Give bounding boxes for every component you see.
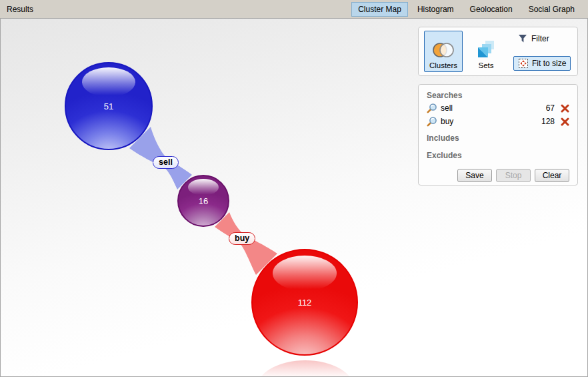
bubble-gloss	[82, 67, 135, 97]
window-title: Results	[7, 5, 33, 14]
tab-geolocation[interactable]: Geolocation	[463, 2, 519, 17]
search-term: sell	[441, 103, 453, 113]
link-label-sell[interactable]: sell	[153, 156, 179, 169]
filter-label: Filter	[531, 34, 549, 43]
view-toolbar-panel: Clusters Sets	[418, 27, 578, 76]
clusters-icon	[431, 41, 455, 59]
search-row-sell[interactable]: sell 67	[427, 103, 569, 113]
fit-to-size-label: Fit to size	[532, 59, 566, 68]
cluster-map-canvas[interactable]: 51 16 112 sell buy Clusters	[0, 18, 588, 377]
tab-social-graph[interactable]: Social Graph	[522, 2, 581, 17]
searches-header: Searches	[427, 91, 569, 100]
search-count: 67	[546, 103, 555, 113]
cluster-bubble-sell[interactable]: 51	[65, 62, 153, 150]
sets-icon	[476, 40, 496, 59]
search-actions: Save Stop Clear	[427, 169, 569, 182]
link-label-buy[interactable]: buy	[229, 232, 255, 245]
clusters-button[interactable]: Clusters	[424, 31, 463, 72]
sets-label: Sets	[478, 61, 493, 69]
search-term: buy	[441, 117, 453, 126]
filter-button[interactable]: Filter	[513, 32, 571, 45]
searches-panel: Searches sell 67	[418, 84, 578, 185]
delete-search-icon[interactable]	[561, 117, 569, 126]
bubble-count: 51	[104, 101, 113, 111]
filter-icon	[518, 34, 528, 43]
bubble-gloss	[188, 179, 219, 196]
clusters-label: Clusters	[429, 61, 457, 69]
stop-button: Stop	[496, 169, 531, 182]
bubble-count: 112	[298, 298, 312, 308]
magnifier-icon	[427, 116, 437, 127]
cluster-bubble-buy[interactable]: 112	[251, 249, 358, 356]
save-button[interactable]: Save	[457, 169, 492, 182]
fit-to-size-button[interactable]: Fit to size	[513, 56, 571, 71]
tab-cluster-map[interactable]: Cluster Map	[351, 2, 408, 17]
search-row-buy[interactable]: buy 128	[427, 116, 569, 127]
cluster-bubble-intersection[interactable]: 16	[177, 175, 229, 227]
toolbar-right-column: Filter Fit to size	[513, 31, 571, 72]
clear-button[interactable]: Clear	[535, 169, 569, 182]
magnifier-icon	[427, 103, 437, 113]
bubble-count: 16	[199, 196, 208, 206]
fit-to-size-icon	[518, 58, 529, 69]
title-bar: Results Cluster Map Histogram Geolocatio…	[0, 0, 588, 18]
tab-histogram[interactable]: Histogram	[411, 2, 461, 17]
search-count: 128	[541, 117, 555, 126]
view-tabs: Cluster Map Histogram Geolocation Social…	[351, 2, 581, 17]
sets-button[interactable]: Sets	[467, 31, 505, 72]
bubble-gloss	[273, 256, 337, 291]
includes-header: Includes	[427, 133, 569, 143]
excludes-header: Excludes	[427, 151, 569, 160]
results-window: Results Cluster Map Histogram Geolocatio…	[0, 0, 588, 377]
delete-search-icon[interactable]	[561, 104, 569, 113]
